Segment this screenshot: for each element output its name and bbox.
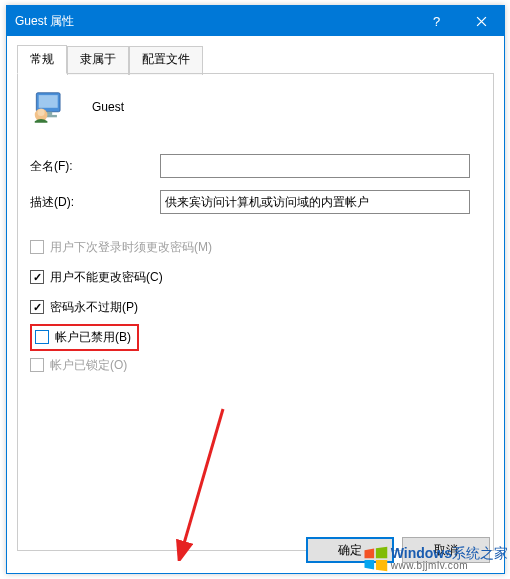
close-icon — [476, 16, 487, 27]
checkbox-box — [30, 358, 44, 372]
svg-point-5 — [38, 109, 45, 116]
checkbox-account-disabled[interactable] — [35, 330, 49, 344]
fullname-row: 全名(F): — [30, 154, 481, 178]
highlight-account-disabled: 帐户已禁用(B) — [30, 324, 139, 351]
description-input[interactable] — [160, 190, 470, 214]
checkbox-password-never-expires[interactable]: 密码永不过期(P) — [30, 298, 481, 316]
checkbox-box — [30, 270, 44, 284]
checkbox-cannot-change-password[interactable]: 用户不能更改密码(C) — [30, 268, 481, 286]
tab-general[interactable]: 常规 — [17, 45, 67, 74]
help-button[interactable]: ? — [414, 6, 459, 36]
checkbox-account-disabled-wrapper: 帐户已禁用(B) — [30, 328, 481, 346]
svg-rect-1 — [39, 95, 58, 108]
checkbox-label: 帐户已锁定(O) — [50, 357, 127, 374]
checkbox-box — [30, 240, 44, 254]
checkbox-label: 用户下次登录时须更改密码(M) — [50, 239, 212, 256]
tab-profile[interactable]: 配置文件 — [129, 46, 203, 75]
checkbox-change-password-next-logon: 用户下次登录时须更改密码(M) — [30, 238, 481, 256]
user-icon — [30, 88, 68, 126]
close-button[interactable] — [459, 6, 504, 36]
fullname-label: 全名(F): — [30, 158, 160, 175]
description-label: 描述(D): — [30, 194, 160, 211]
user-header: Guest — [30, 88, 481, 126]
titlebar: Guest 属性 ? — [7, 6, 504, 36]
button-bar: 确定 取消 — [306, 537, 490, 563]
tab-member-of[interactable]: 隶属于 — [67, 46, 129, 75]
guest-properties-dialog: Guest 属性 ? 常规 隶属于 配置文件 Guest 全名(F): — [6, 5, 505, 574]
tabstrip: 常规 隶属于 配置文件 — [7, 36, 504, 73]
tab-panel-general: Guest 全名(F): 描述(D): 用户下次登录时须更改密码(M) 用户不能… — [17, 73, 494, 551]
checkbox-box — [30, 300, 44, 314]
description-row: 描述(D): — [30, 190, 481, 214]
fullname-input[interactable] — [160, 154, 470, 178]
username-label: Guest — [92, 100, 124, 114]
ok-button[interactable]: 确定 — [306, 537, 394, 563]
checkbox-label: 帐户已禁用(B) — [55, 329, 131, 346]
checkbox-account-locked: 帐户已锁定(O) — [30, 356, 481, 374]
checkbox-group: 用户下次登录时须更改密码(M) 用户不能更改密码(C) 密码永不过期(P) 帐户… — [30, 238, 481, 374]
cancel-button[interactable]: 取消 — [402, 537, 490, 563]
window-title: Guest 属性 — [15, 13, 414, 30]
checkbox-label: 用户不能更改密码(C) — [50, 269, 163, 286]
checkbox-label: 密码永不过期(P) — [50, 299, 138, 316]
